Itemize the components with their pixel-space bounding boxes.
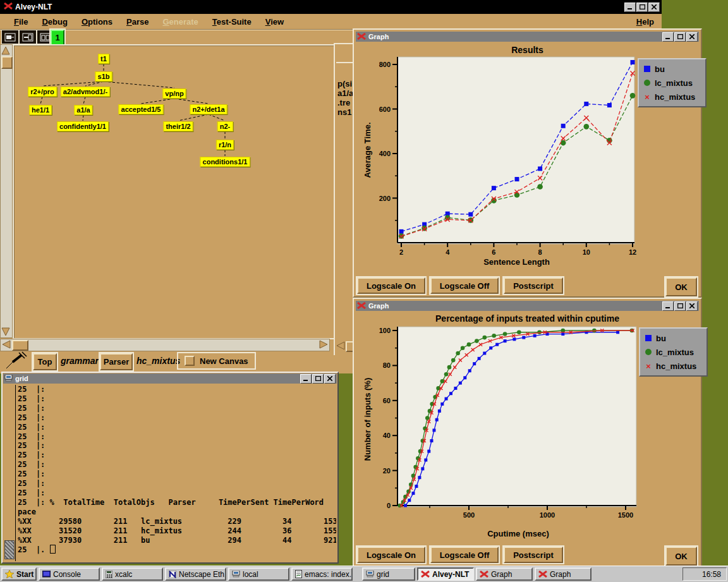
menu-item-file[interactable]: File — [14, 17, 28, 27]
legend-item-lc_mixtus: lc_mixtus — [644, 346, 703, 358]
new-canvas-checkbox-group[interactable]: New Canvas — [177, 352, 256, 370]
parser-button[interactable]: Parser — [100, 353, 133, 370]
tree-node[interactable]: conditions1/1 — [200, 157, 250, 167]
canvas-horizontal-scrollbar[interactable] — [0, 339, 330, 351]
frame-icon[interactable] — [1, 30, 19, 44]
minimize-button[interactable] — [624, 3, 636, 12]
scrollbar-thumb[interactable] — [4, 540, 15, 559]
logscale-off-button[interactable]: Logscale Off — [430, 277, 499, 294]
tree-node[interactable]: a1/a — [74, 105, 92, 115]
main-titlebar[interactable]: Alvey-NLT — [0, 0, 662, 14]
tree-node[interactable]: confidently1/1 — [57, 121, 109, 131]
console-icon — [42, 571, 51, 578]
square-marker-icon — [644, 335, 653, 341]
tree-node[interactable]: n2- — [217, 121, 233, 131]
taskbar-item-graph[interactable]: Graph — [535, 567, 592, 581]
terminal-line: 25 |: — [18, 441, 336, 451]
tree-node[interactable]: r2+/pro — [28, 87, 57, 97]
taskbar-item-start[interactable]: Start — [1, 567, 37, 581]
taskbar-item-xcalc[interactable]: xcalc — [102, 567, 163, 581]
menu-item-parse[interactable]: Parse — [126, 17, 149, 27]
scroll-down-icon[interactable] — [1, 327, 10, 336]
text-line: .tre — [337, 98, 353, 107]
terminal-titlebar[interactable]: grid — [3, 373, 337, 384]
svg-text:10: 10 — [583, 248, 590, 256]
page-indicator-button[interactable]: 1 — [51, 30, 64, 45]
chart-legend: bulc_mixtus×hc_mixtus — [639, 327, 708, 377]
window-title: Alvey-NLT — [15, 3, 52, 11]
taskbar-item-local[interactable]: local — [228, 567, 289, 581]
postscript-button[interactable]: Postscript — [504, 277, 563, 294]
taskbar-item-label: emacs: index... — [305, 570, 353, 579]
scrollbar-thumb[interactable] — [12, 340, 28, 351]
logscale-on-button[interactable]: Logscale On — [357, 547, 425, 563]
menu-item-view[interactable]: View — [265, 17, 284, 27]
taskbar-item-label: grid — [377, 570, 389, 579]
x-axis-label: Sentence Length — [354, 257, 679, 267]
ok-button[interactable]: OK — [665, 547, 697, 566]
tree-node[interactable]: t1 — [98, 54, 109, 64]
ok-button[interactable]: OK — [665, 277, 697, 296]
menu-item-help[interactable]: Help — [636, 17, 654, 27]
arrow-frame-icon[interactable] — [19, 30, 37, 44]
tree-node[interactable]: s1b — [95, 71, 112, 82]
legend-item-bu: bu — [644, 332, 703, 344]
taskbar-item-emacs-index-[interactable]: emacs: index... — [291, 567, 353, 581]
taskbar: StartConsolexcalcNetscape Eth..localemac… — [0, 566, 728, 582]
close-button[interactable] — [648, 3, 660, 12]
menu-item-test-suite[interactable]: Test-Suite — [212, 17, 252, 27]
tree-node[interactable]: accepted1/5 — [119, 104, 164, 114]
x-app-icon — [4, 3, 13, 11]
maximize-button[interactable] — [636, 3, 648, 12]
new-canvas-label: New Canvas — [200, 356, 248, 366]
svg-text:1500: 1500 — [618, 511, 633, 519]
tree-node[interactable]: vp/np — [162, 88, 186, 99]
terminal-line: 25 |: — [18, 413, 336, 423]
taskbar-item-label: Console — [53, 570, 81, 579]
tree-node[interactable]: r1/n — [216, 140, 234, 150]
menu-item-debug[interactable]: Debug — [42, 17, 67, 27]
tree-node[interactable]: a2/advmod1/- — [61, 87, 110, 97]
parse-tree-canvas[interactable]: t1s1br2+/proa2/advmod1/-vp/nphe1/1a1/aac… — [13, 44, 337, 339]
scrollbar-thumb[interactable] — [1, 56, 13, 69]
taskbar-item-graph[interactable]: Graph — [476, 567, 533, 581]
terminal-line: 25 |: — [18, 479, 336, 488]
taskbar-item-alvey-nlt[interactable]: Alvey-NLT — [417, 567, 474, 581]
scroll-left-icon[interactable] — [336, 341, 345, 350]
svg-text:80: 80 — [383, 361, 391, 369]
window-title: grid — [15, 375, 300, 382]
circle-marker-icon — [643, 80, 652, 86]
scroll-right-icon[interactable] — [319, 340, 328, 349]
terminal-line: 25 |: — [18, 460, 336, 470]
calculator-icon — [106, 571, 112, 578]
x-marker-icon: × — [643, 92, 652, 102]
terminal-scrollbar[interactable] — [4, 385, 13, 561]
checkbox[interactable] — [185, 356, 195, 366]
tree-node[interactable]: he1/1 — [29, 105, 52, 115]
top-button[interactable]: Top — [33, 353, 57, 370]
canvas-vertical-scrollbar[interactable] — [0, 44, 13, 338]
legend-item-bu: bu — [643, 63, 701, 75]
terminal-line: 25 |: — [18, 470, 336, 479]
taskbar-item-netscape-eth-[interactable]: Netscape Eth.. — [165, 567, 226, 581]
star-icon — [5, 570, 14, 578]
logscale-off-button[interactable]: Logscale Off — [430, 547, 499, 563]
taskbar-item-console[interactable]: Console — [39, 567, 100, 581]
menu-item-options[interactable]: Options — [82, 17, 112, 27]
scroll-up-icon[interactable] — [1, 46, 10, 55]
postscript-button[interactable]: Postscript — [504, 547, 563, 563]
minimize-button[interactable] — [300, 374, 312, 384]
maximize-button[interactable] — [312, 374, 324, 384]
tree-node[interactable]: their1/2 — [163, 121, 193, 131]
x-app-icon — [480, 571, 488, 578]
parser-value-label[interactable]: hc_mixtus — [136, 356, 180, 366]
text-line: ns1 — [337, 107, 353, 117]
grammar-label[interactable]: grammar — [61, 356, 99, 366]
logscale-on-button[interactable]: Logscale On — [357, 277, 425, 294]
svg-text:8: 8 — [538, 248, 542, 256]
close-button[interactable] — [324, 374, 336, 384]
scroll-left-icon[interactable] — [2, 340, 11, 349]
terminal-window: grid 25 |:25 |:25 |:25 |:25 |:25 |:25 |:… — [1, 372, 339, 564]
tree-node[interactable]: n2+/det1a — [190, 104, 227, 114]
taskbar-item-grid[interactable]: grid — [362, 567, 415, 581]
